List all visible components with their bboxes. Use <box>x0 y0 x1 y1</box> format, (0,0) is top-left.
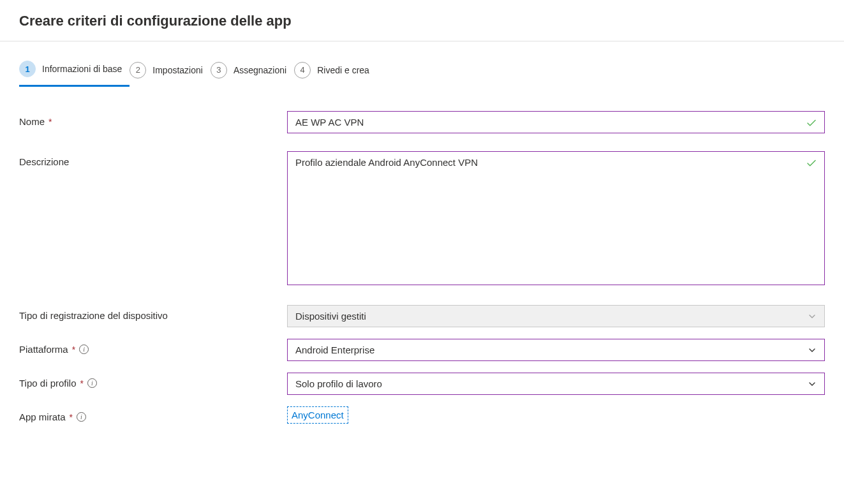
platform-select[interactable]: Android Enterprise <box>287 339 825 361</box>
enrollment-type-select: Dispositivi gestiti <box>287 305 825 327</box>
info-icon[interactable]: i <box>77 412 86 422</box>
label-targeted-app: App mirata * i <box>19 406 287 422</box>
control-name <box>287 111 825 133</box>
wizard-steps: 1 Informazioni di base 2 Impostazioni 3 … <box>19 61 825 87</box>
targeted-app-link[interactable]: AnyConnect <box>287 406 348 424</box>
profile-type-select[interactable]: Solo profilo di lavoro <box>287 373 825 395</box>
label-enrollment-type: Tipo di registrazione del dispositivo <box>19 305 287 321</box>
step-label: Rivedi e crea <box>317 65 369 75</box>
step-number: 3 <box>211 62 227 78</box>
required-asterisk: * <box>80 378 84 389</box>
info-icon[interactable]: i <box>87 378 97 388</box>
step-label: Impostazioni <box>152 65 203 75</box>
control-profile-type: Solo profilo di lavoro <box>287 373 825 395</box>
step-label: Informazioni di base <box>42 64 122 74</box>
label-text: Tipo di profilo <box>19 378 77 389</box>
step-assignments[interactable]: 3 Assegnazioni <box>211 62 294 86</box>
required-asterisk: * <box>48 117 52 127</box>
label-text: Descrizione <box>19 156 69 167</box>
label-description: Descrizione <box>19 151 287 167</box>
control-targeted-app: AnyConnect <box>287 406 825 424</box>
control-description <box>287 151 825 287</box>
label-platform: Piattaforma* i <box>19 339 287 355</box>
description-textarea[interactable] <box>287 151 825 285</box>
required-asterisk: * <box>70 412 73 422</box>
step-number: 4 <box>294 62 311 78</box>
step-number: 1 <box>19 61 36 77</box>
row-description: Descrizione <box>19 151 825 287</box>
step-review[interactable]: 4 Rivedi e crea <box>294 62 377 86</box>
label-text: Piattaforma <box>19 344 68 355</box>
row-name: Nome * <box>19 111 825 133</box>
page-header: Creare criteri di configurazione delle a… <box>0 0 844 41</box>
page-title: Creare criteri di configurazione delle a… <box>19 13 825 29</box>
label-name: Nome * <box>19 111 287 127</box>
step-basics[interactable]: 1 Informazioni di base <box>19 61 130 87</box>
row-platform: Piattaforma* i Android Enterprise <box>19 339 825 361</box>
name-input[interactable] <box>287 111 825 133</box>
label-text: Tipo di registrazione del dispositivo <box>19 310 168 321</box>
row-profile-type: Tipo di profilo * i Solo profilo di lavo… <box>19 373 825 395</box>
label-text: App mirata <box>19 411 66 422</box>
step-label: Assegnazioni <box>233 65 286 75</box>
info-icon[interactable]: i <box>79 345 89 354</box>
step-settings[interactable]: 2 Impostazioni <box>130 62 211 86</box>
required-asterisk: * <box>72 345 75 355</box>
control-enrollment-type: Dispositivi gestiti <box>287 305 825 327</box>
label-text: Nome <box>19 116 45 127</box>
label-profile-type: Tipo di profilo * i <box>19 373 287 389</box>
step-number: 2 <box>130 62 146 78</box>
row-enrollment-type: Tipo di registrazione del dispositivo Di… <box>19 305 825 327</box>
row-targeted-app: App mirata * i AnyConnect <box>19 406 825 424</box>
control-platform: Android Enterprise <box>287 339 825 361</box>
content-area: 1 Informazioni di base 2 Impostazioni 3 … <box>0 41 844 461</box>
